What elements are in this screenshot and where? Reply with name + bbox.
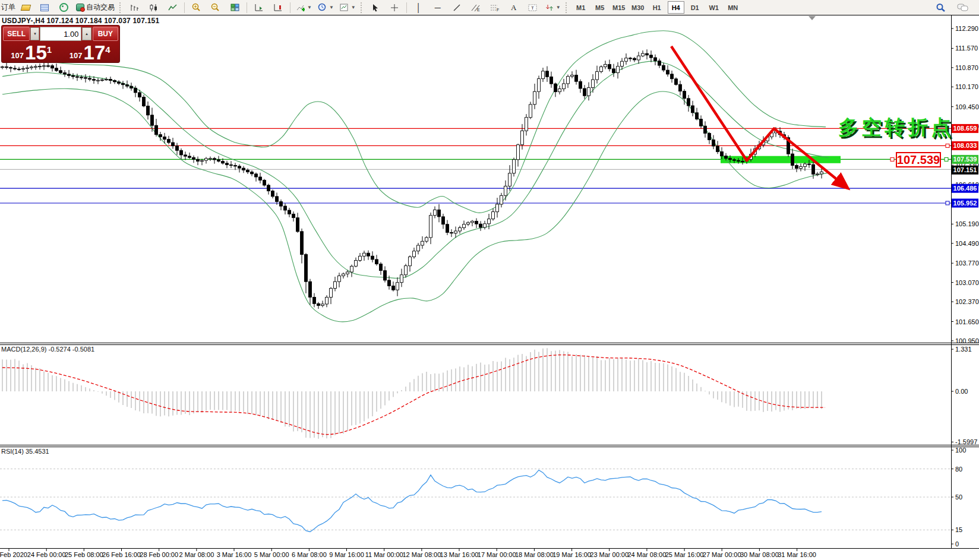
sell-price-button[interactable]: 107 15 1 (3, 42, 60, 63)
text-label-icon: T (528, 4, 537, 12)
arrow-objects-icon (545, 4, 554, 12)
callout-right-handle[interactable] (945, 157, 948, 161)
indicators-button[interactable]: ▼ (293, 1, 314, 14)
order-menu-label[interactable]: 订单 (1, 2, 15, 12)
horizontal-line-objects[interactable] (0, 128, 951, 203)
vertical-line-tool-button[interactable]: │ (410, 1, 428, 14)
timeframes-button[interactable]: ▼ (315, 1, 336, 14)
cursor-arrow-icon (371, 4, 379, 12)
dropdown-caret-icon: ▼ (556, 5, 561, 10)
crosshair-tool-button[interactable] (386, 1, 403, 14)
zoom-in-icon (192, 3, 201, 12)
line-chart-icon (168, 4, 177, 12)
zoom-in-button[interactable] (188, 1, 206, 14)
sell-price-pips: 15 (25, 44, 47, 62)
buy-button[interactable]: BUY (93, 27, 118, 41)
toolbar-grip (119, 2, 123, 13)
chat-button[interactable] (954, 1, 972, 14)
svg-text:T: T (531, 5, 534, 11)
svg-text:F: F (497, 8, 499, 12)
time-tick-label: 6 Mar 08:00 (292, 551, 327, 558)
hline-handle[interactable] (946, 201, 949, 205)
volume-input[interactable] (40, 27, 81, 41)
chart-symbol-ohlc-line: USDJPY-,H4 107.124 107.184 107.037 107.1… (2, 17, 159, 25)
time-tick-label: 18 Mar 08:00 (515, 551, 554, 558)
price-badge-label: 106.486 (953, 185, 977, 192)
line-chart-button[interactable] (163, 1, 181, 14)
price-badge-label: 105.952 (953, 200, 977, 207)
time-tick-label: 5 Mar 00:00 (254, 551, 289, 558)
search-button[interactable] (931, 1, 949, 14)
rsi-line (2, 470, 822, 532)
fibonacci-tool-button[interactable]: F (486, 1, 504, 14)
toolbar-grip (566, 2, 569, 13)
buy-price-button[interactable]: 107 17 4 (62, 42, 119, 63)
volume-increase-button[interactable]: ▲ (82, 27, 91, 40)
macd-pane (2, 348, 825, 439)
dropdown-caret-icon: ▼ (351, 5, 356, 10)
market-watch-button[interactable] (36, 1, 53, 14)
time-tick-label: 28 Feb 00:00 (140, 551, 178, 558)
time-tick-label: 23 Mar 00:00 (590, 551, 629, 558)
hline-handle[interactable] (946, 144, 949, 147)
rsi-axis-label: 15 (955, 526, 962, 533)
svg-text:E: E (477, 8, 480, 12)
timeframe-m30[interactable]: M30 (630, 1, 646, 14)
callout-left-handle[interactable] (890, 157, 894, 161)
timeframe-m1[interactable]: M1 (573, 1, 589, 14)
zoom-out-icon (211, 3, 220, 12)
zoom-out-button[interactable] (207, 1, 225, 14)
time-tick-label: 20 Feb 2020 (0, 551, 27, 558)
templates-button[interactable]: ▼ (337, 1, 358, 14)
auto-trading-icon (76, 4, 84, 11)
price-badge-label: 107.539 (953, 156, 977, 163)
timeframe-mn[interactable]: MN (725, 1, 741, 14)
bar-chart-icon (130, 4, 139, 12)
auto-trading-label: 自动交易 (86, 2, 115, 12)
cursor-tool-button[interactable] (367, 1, 384, 14)
buy-price-figure: 107 (70, 51, 83, 60)
timeframe-h4[interactable]: H4 (668, 1, 684, 14)
new-order-button[interactable] (17, 1, 34, 14)
chart-shift-marker-icon[interactable] (809, 16, 816, 20)
macd-axis-label: -1.5997 (955, 438, 977, 445)
timeframe-m5[interactable]: M5 (592, 1, 608, 14)
candlestick-chart-button[interactable] (144, 1, 162, 14)
sell-button[interactable]: SELL (3, 27, 30, 41)
timeframe-m15[interactable]: M15 (611, 1, 627, 14)
clock-icon (318, 3, 327, 12)
dropdown-caret-icon: ▼ (329, 5, 334, 10)
horizontal-line-tool-button[interactable]: ─ (429, 1, 447, 14)
time-axis: 20 Feb 202024 Feb 00:0025 Feb 08:0026 Fe… (0, 549, 816, 558)
time-tick-label: 2 Mar 08:00 (179, 551, 214, 558)
time-tick-label: 31 Mar 16:00 (778, 551, 816, 558)
text-tool-button[interactable]: A (505, 1, 523, 14)
volume-decrease-button[interactable]: ▼ (30, 27, 39, 40)
timeframe-h1[interactable]: H1 (649, 1, 665, 14)
trendline-tool-button[interactable] (448, 1, 466, 14)
timeframe-w1[interactable]: W1 (706, 1, 722, 14)
rsi-axis-label: 100 (955, 447, 966, 454)
bull-bear-turning-point-annotation[interactable]: 多空转折点 (838, 114, 954, 141)
chart-shift-button[interactable] (269, 1, 287, 14)
new-order-icon (20, 5, 30, 11)
toolbar-grip (361, 2, 364, 13)
vertical-line-icon: │ (416, 4, 421, 12)
horizontal-line-icon: ─ (435, 4, 441, 12)
bar-chart-button[interactable] (125, 1, 143, 14)
tile-windows-icon (230, 4, 239, 11)
text-label-tool-button[interactable]: T (524, 1, 542, 14)
tile-windows-button[interactable] (226, 1, 244, 14)
auto-trading-button[interactable]: 自动交易 (74, 1, 117, 14)
auto-scroll-button[interactable] (250, 1, 268, 14)
data-window-button[interactable] (55, 1, 72, 14)
timeframe-d1[interactable]: D1 (687, 1, 703, 14)
arrows-tool-button[interactable]: ▼ (543, 1, 563, 14)
fibonacci-icon: F (490, 4, 500, 12)
time-tick-label: 9 Mar 16:00 (329, 551, 364, 558)
one-click-trading-panel: SELL ▼ ▲ BUY 107 15 1 107 17 4 (1, 25, 120, 63)
auto-scroll-icon (255, 4, 264, 12)
price-callout-label[interactable]: 107.539 (896, 152, 941, 167)
channel-tool-button[interactable]: E (467, 1, 485, 14)
sell-price-figure: 107 (11, 51, 24, 60)
